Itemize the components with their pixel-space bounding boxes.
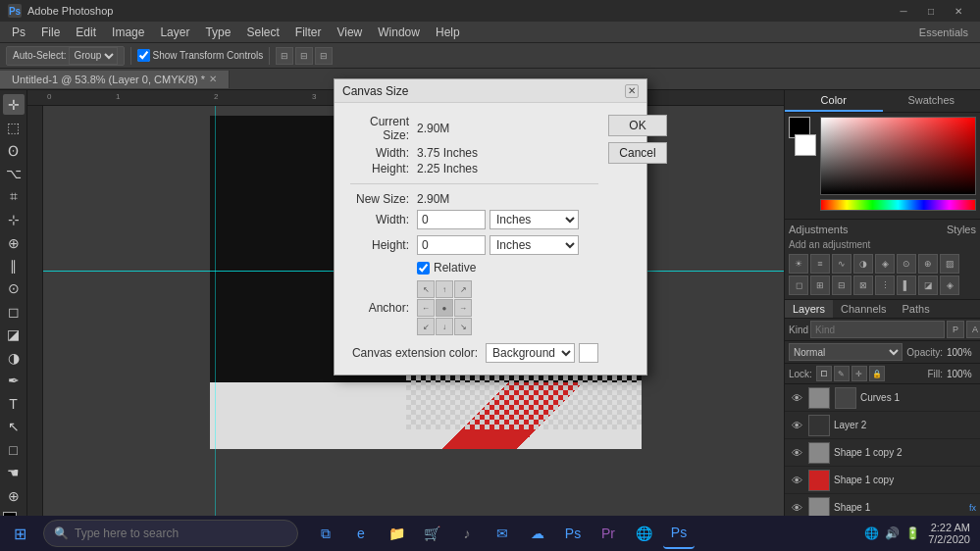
taskbar-search[interactable]: 🔍 Type here to search (43, 520, 298, 547)
taskbar-mail[interactable]: ✉ (487, 518, 518, 549)
taskbar-browser[interactable]: 🌐 (628, 518, 659, 549)
lock-paint-btn[interactable]: ✎ (834, 366, 850, 381)
anchor-ml[interactable]: ← (417, 299, 435, 317)
adj-levels-btn[interactable]: ≡ (810, 254, 830, 274)
taskbar-media[interactable]: ♪ (451, 518, 483, 549)
anchor-tl[interactable]: ↖ (417, 280, 435, 298)
close-button[interactable]: ✕ (945, 0, 972, 22)
anchor-br[interactable]: ↘ (454, 318, 472, 335)
menu-edit[interactable]: Edit (68, 22, 104, 43)
adj-posterize-btn[interactable]: ⋮ (875, 276, 895, 295)
blend-mode-select[interactable]: Normal (789, 343, 903, 361)
dialog-close-button[interactable]: ✕ (625, 84, 639, 98)
brush-tool[interactable]: ∥ (3, 255, 25, 276)
menu-view[interactable]: View (329, 22, 370, 43)
layer-item[interactable]: 👁 Layer 2 (785, 412, 980, 439)
layer-visibility-toggle[interactable]: 👁 (789, 390, 804, 406)
layers-kind-input[interactable] (810, 321, 945, 338)
color-picker[interactable] (820, 117, 976, 195)
adj-brightness-btn[interactable]: ☀ (789, 254, 808, 274)
layer-item[interactable]: 👁 Curves 1 (785, 384, 980, 412)
lock-move-btn[interactable]: ✛ (851, 366, 867, 381)
adj-selective-btn[interactable]: ◈ (940, 276, 959, 295)
tab-layers[interactable]: Layers (785, 300, 833, 318)
relative-checkbox[interactable] (417, 262, 430, 275)
shape-tool[interactable]: □ (3, 439, 25, 460)
document-tab-close-icon[interactable]: ✕ (209, 74, 217, 84)
layer-item[interactable]: 👁 Shape 1 copy 2 (785, 439, 980, 467)
taskbar-onedrive[interactable]: ☁ (522, 518, 553, 549)
menu-ps[interactable]: Ps (4, 22, 33, 43)
spot-healing-tool[interactable]: ⊕ (3, 232, 25, 253)
tab-channels[interactable]: Channels (833, 300, 894, 318)
anchor-mc[interactable]: ● (436, 299, 453, 317)
minimize-button[interactable]: ─ (890, 0, 917, 22)
maximize-button[interactable]: □ (917, 0, 945, 22)
taskbar-task-view[interactable]: ⧉ (310, 518, 341, 549)
magic-wand-tool[interactable]: ⌥ (3, 163, 25, 183)
adj-colorbalance-btn[interactable]: ⊕ (918, 254, 938, 274)
adj-channelmix-btn[interactable]: ⊞ (810, 276, 830, 295)
hue-slider[interactable] (820, 199, 976, 211)
eraser-tool[interactable]: ◻ (3, 301, 25, 322)
ext-color-swatch[interactable] (579, 343, 598, 363)
clone-tool[interactable]: ⊙ (3, 278, 25, 299)
background-swatch[interactable] (795, 134, 816, 156)
lock-transparent-btn[interactable]: ⧠ (816, 366, 832, 381)
layer-item[interactable]: 👁 Shape 1 copy (785, 467, 980, 494)
tab-paths[interactable]: Paths (895, 300, 938, 318)
styles-tab[interactable]: Styles (947, 224, 976, 235)
taskbar-premiere[interactable]: Pr (593, 518, 624, 549)
menu-image[interactable]: Image (104, 22, 152, 43)
ok-button[interactable]: OK (608, 115, 667, 136)
cancel-button[interactable]: Cancel (608, 142, 667, 164)
anchor-tc[interactable]: ↑ (436, 280, 453, 298)
menu-select[interactable]: Select (238, 22, 286, 43)
eyedropper-tool[interactable]: ⊹ (3, 209, 25, 229)
menu-filter[interactable]: Filter (287, 22, 330, 43)
height-input[interactable] (417, 235, 486, 255)
adj-gradient-btn[interactable]: ◪ (918, 276, 938, 295)
layer-visibility-toggle[interactable]: 👁 (789, 473, 804, 488)
filter-adj-btn[interactable]: A (966, 321, 980, 338)
zoom-tool[interactable]: ⊕ (3, 485, 25, 506)
anchor-bl[interactable]: ↙ (417, 318, 435, 335)
width-input[interactable] (417, 210, 486, 229)
adj-curves-btn[interactable]: ∿ (832, 254, 851, 274)
adj-photofilt-btn[interactable]: ◻ (789, 276, 808, 295)
document-tab-untitled[interactable]: Untitled-1 @ 53.8% (Layer 0, CMYK/8) * ✕ (0, 71, 230, 88)
battery-icon[interactable]: 🔋 (905, 526, 920, 540)
height-unit-select[interactable]: Pixels Inches Centimeters Millimeters Po… (490, 235, 579, 255)
adj-colorlookup-btn[interactable]: ⊟ (832, 276, 851, 295)
anchor-mr[interactable]: → (454, 299, 472, 317)
ext-color-select[interactable]: Background Foreground White Black Other.… (486, 343, 575, 363)
menu-layer[interactable]: Layer (152, 22, 197, 43)
gradient-tool[interactable]: ◪ (3, 325, 25, 345)
transform-controls-option[interactable]: Show Transform Controls (137, 49, 263, 62)
align-left-button[interactable]: ⊟ (276, 47, 293, 65)
adj-invert-btn[interactable]: ⊠ (853, 276, 873, 295)
taskbar-ps-active[interactable]: Ps (663, 518, 695, 549)
width-unit-select[interactable]: Pixels Inches Centimeters Millimeters Po… (490, 210, 579, 229)
auto-select-dropdown[interactable]: GroupLayer (69, 47, 118, 65)
taskbar-ps-app[interactable]: Ps (557, 518, 589, 549)
adj-vibrance-btn[interactable]: ◈ (875, 254, 895, 274)
align-right-button[interactable]: ⊟ (315, 47, 333, 65)
menu-file[interactable]: File (33, 22, 68, 43)
menu-window[interactable]: Window (370, 22, 428, 43)
adj-bw-btn[interactable]: ▨ (940, 254, 959, 274)
start-button[interactable]: ⊞ (0, 516, 39, 551)
adj-hsl-btn[interactable]: ⊙ (897, 254, 916, 274)
text-tool[interactable]: T (3, 393, 25, 414)
path-select-tool[interactable]: ↖ (3, 417, 25, 437)
taskbar-store[interactable]: 🛒 (416, 518, 447, 549)
selection-tool[interactable]: ⬚ (3, 117, 25, 137)
tab-swatches[interactable]: Swatches (883, 90, 981, 112)
network-icon[interactable]: 🌐 (864, 526, 879, 540)
lasso-tool[interactable]: ʘ (3, 140, 25, 161)
crop-tool[interactable]: ⌗ (3, 186, 25, 207)
filter-pixel-btn[interactable]: P (947, 321, 964, 338)
menu-help[interactable]: Help (428, 22, 468, 43)
dodge-tool[interactable]: ◑ (3, 347, 25, 368)
taskbar-edge[interactable]: e (345, 518, 377, 549)
